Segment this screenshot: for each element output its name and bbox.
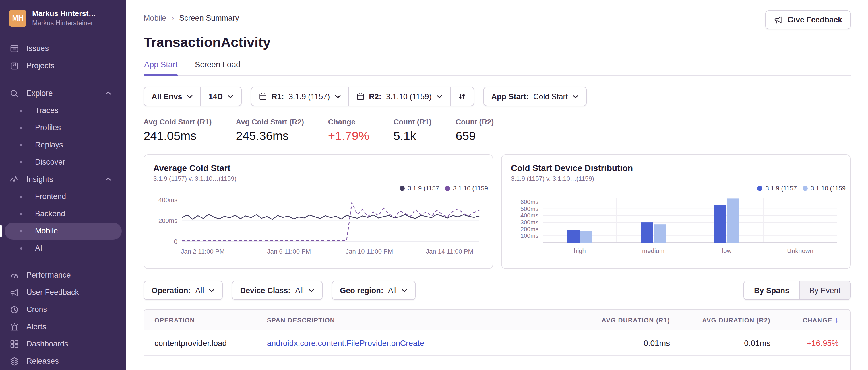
bullet-dot: [20, 127, 22, 129]
sidebar-item-label: Releases: [26, 357, 59, 366]
sidebar-item-crons[interactable]: Crons: [0, 301, 126, 318]
sidebar-item-projects[interactable]: Projects: [0, 57, 126, 75]
column-header-avg-duration-r2[interactable]: AVG DURATION (R2): [670, 316, 770, 323]
release-1-selector[interactable]: R1: 3.1.9 (1157): [251, 87, 348, 106]
user-menu[interactable]: MH Markus Hinterst… Markus Hintersteiner: [0, 9, 126, 28]
device-class-filter-button[interactable]: Device Class: All: [233, 281, 322, 299]
chevron-down-icon: [227, 94, 234, 98]
sidebar-item-alerts[interactable]: Alerts: [0, 318, 126, 336]
swap-releases-button[interactable]: [450, 87, 473, 106]
sidebar-item-traces[interactable]: Traces: [0, 102, 126, 119]
chart-title: Average Cold Start: [153, 163, 493, 173]
svg-text:Jan 2 11:00 PM: Jan 2 11:00 PM: [181, 248, 224, 255]
sidebar-item-profiles[interactable]: Profiles: [0, 119, 126, 137]
sidebar-item-label: Issues: [26, 44, 49, 53]
environment-filter-label: All Envs: [152, 92, 182, 101]
geo-region-filter-button[interactable]: Geo region: All: [332, 281, 415, 299]
app-start-type-label: App Start:: [491, 92, 529, 101]
app-start-type-selector[interactable]: App Start: Cold Start: [484, 87, 586, 106]
stat-label: Count (R1): [393, 117, 431, 126]
bullet-dot: [20, 161, 22, 164]
release-icon: [259, 92, 267, 100]
by-spans-toggle[interactable]: By Spans: [744, 281, 800, 299]
chevron-down-icon: [436, 94, 442, 98]
release-2-selector[interactable]: R2: 3.1.10 (1159): [348, 87, 450, 106]
insights-icon: [10, 175, 19, 184]
release-2-label: R2:: [369, 92, 381, 101]
geo-region-filter-group: Geo region: All: [332, 280, 415, 300]
svg-text:Jan 6 11:00 PM: Jan 6 11:00 PM: [267, 248, 311, 255]
svg-text:Unknown: Unknown: [787, 247, 813, 255]
span-description-link[interactable]: androidx.core.content.FileProvider.onCre…: [267, 338, 569, 347]
tab-screen-load[interactable]: Screen Load: [194, 60, 241, 75]
performance-icon: [10, 271, 19, 280]
geo-region-filter-label: Geo region:: [340, 286, 383, 295]
breadcrumb: Mobile › Screen Summary: [144, 10, 239, 22]
svg-text:300ms: 300ms: [520, 219, 538, 226]
sidebar-item-label: Projects: [26, 62, 55, 70]
breadcrumb-parent[interactable]: Mobile: [144, 14, 166, 22]
svg-text:low: low: [722, 247, 732, 255]
page-title: TransactionActivity: [144, 34, 851, 51]
user-name: Markus Hinterst…: [32, 9, 96, 19]
sidebar-item-label: Mobile: [35, 227, 58, 235]
svg-text:medium: medium: [642, 247, 664, 255]
sidebar-item-issues[interactable]: Issues: [0, 40, 126, 57]
operation-filter-value: All: [195, 286, 204, 295]
release-2-value: 3.1.10 (1159): [386, 92, 432, 101]
spans-event-toggle: By Spans By Event: [744, 280, 851, 300]
operation-filter-button[interactable]: Operation: All: [144, 281, 222, 299]
column-header-operation[interactable]: OPERATION: [154, 316, 267, 323]
legend-label: 3.1.10 (1159: [811, 185, 846, 192]
search-icon: [10, 89, 19, 98]
tab-app-start[interactable]: App Start: [144, 60, 178, 75]
legend-label: 3.1.10 (1159: [453, 185, 488, 192]
swap-icon: [458, 92, 466, 100]
by-event-toggle[interactable]: By Event: [800, 281, 850, 299]
give-feedback-button[interactable]: Give Feedback: [765, 10, 851, 29]
sidebar-item-user-feedback[interactable]: User Feedback: [0, 284, 126, 301]
column-header-change-label: CHANGE: [803, 316, 832, 323]
sidebar-item-releases[interactable]: Releases: [0, 353, 126, 370]
environment-filter-button[interactable]: All Envs: [144, 87, 200, 106]
device-class-filter-label: Device Class:: [240, 286, 291, 295]
svg-text:200ms: 200ms: [158, 217, 177, 224]
operation-filter-group: Operation: All: [144, 280, 223, 300]
megaphone-icon: [10, 288, 19, 297]
stats-row: Avg Cold Start (R1) 241.05ms Avg Cold St…: [144, 117, 851, 143]
sidebar-item-ai[interactable]: AI: [0, 240, 126, 257]
app-start-type-group: App Start: Cold Start: [483, 87, 587, 106]
sidebar-item-insights[interactable]: Insights: [0, 171, 126, 188]
legend-dot: [400, 186, 405, 191]
sidebar-item-mobile[interactable]: Mobile: [5, 223, 122, 240]
sidebar-item-label: Explore: [26, 89, 53, 98]
sidebar-nav: Issues Projects Explore Traces Profiles …: [0, 40, 126, 370]
sidebar-item-performance[interactable]: Performance: [0, 267, 126, 284]
bullet-dot: [20, 196, 22, 198]
svg-text:600ms: 600ms: [520, 199, 538, 205]
date-range-button[interactable]: 14D: [200, 87, 241, 106]
tab-label: App Start: [144, 60, 178, 69]
stat-label: Change: [328, 117, 369, 126]
line-chart: 0200ms400msJan 2 11:00 PMJan 6 11:00 PMJ…: [153, 190, 484, 257]
sidebar-item-frontend[interactable]: Frontend: [0, 188, 126, 205]
stat-change: Change +1.79%: [328, 117, 369, 143]
sidebar-item-explore[interactable]: Explore: [0, 85, 126, 102]
sidebar-item-replays[interactable]: Replays: [0, 137, 126, 154]
sidebar-item-discover[interactable]: Discover: [0, 154, 126, 171]
avatar: MH: [9, 10, 26, 27]
bullet-dot: [20, 230, 22, 232]
stat-value: 5.1k: [393, 129, 431, 143]
stat-avg-cold-start-r1: Avg Cold Start (R1) 241.05ms: [144, 117, 212, 143]
chevron-down-icon: [572, 94, 579, 98]
sidebar-item-label: Insights: [26, 175, 53, 184]
sidebar-item-label: Backend: [35, 210, 65, 218]
sidebar-item-dashboards[interactable]: Dashboards: [0, 336, 126, 353]
stat-value: 241.05ms: [144, 129, 212, 143]
breadcrumb-current: Screen Summary: [179, 14, 239, 22]
column-header-change[interactable]: CHANGE ↓: [770, 315, 839, 324]
sidebar-item-backend[interactable]: Backend: [0, 205, 126, 223]
stat-avg-cold-start-r2: Avg Cold Start (R2) 245.36ms: [236, 117, 304, 143]
column-header-span-description[interactable]: SPAN DESCRIPTION: [267, 316, 569, 323]
column-header-avg-duration-r1[interactable]: AVG DURATION (R1): [569, 316, 670, 323]
